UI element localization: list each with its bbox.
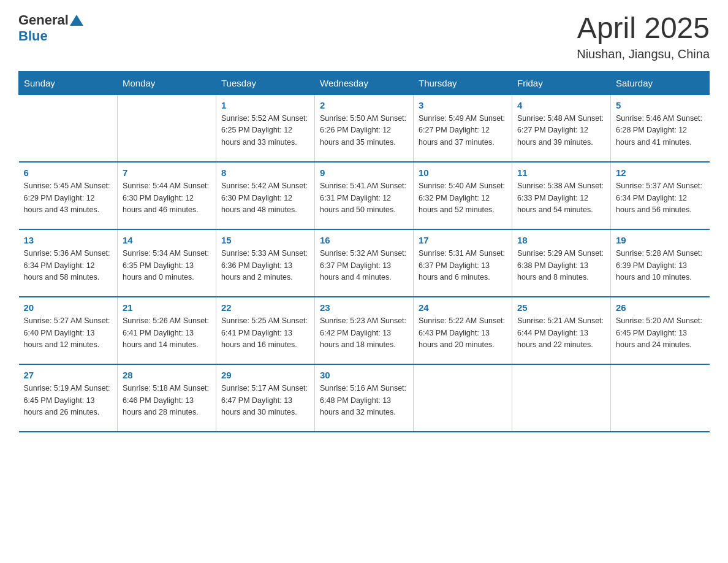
calendar-cell: 7Sunrise: 5:44 AM Sunset: 6:30 PM Daylig… xyxy=(118,162,216,229)
calendar-week-row: 6Sunrise: 5:45 AM Sunset: 6:29 PM Daylig… xyxy=(19,162,710,229)
calendar-cell: 5Sunrise: 5:46 AM Sunset: 6:28 PM Daylig… xyxy=(611,94,710,162)
day-number: 1 xyxy=(221,100,309,110)
calendar-cell: 12Sunrise: 5:37 AM Sunset: 6:34 PM Dayli… xyxy=(611,162,710,229)
day-info: Sunrise: 5:25 AM Sunset: 6:41 PM Dayligh… xyxy=(221,315,309,351)
day-number: 25 xyxy=(517,302,605,313)
calendar-cell: 3Sunrise: 5:49 AM Sunset: 6:27 PM Daylig… xyxy=(414,94,512,162)
day-number: 14 xyxy=(123,235,211,245)
day-info: Sunrise: 5:29 AM Sunset: 6:38 PM Dayligh… xyxy=(517,248,605,283)
calendar-cell: 4Sunrise: 5:48 AM Sunset: 6:27 PM Daylig… xyxy=(512,94,611,162)
day-number: 26 xyxy=(616,302,705,313)
day-info: Sunrise: 5:36 AM Sunset: 6:34 PM Dayligh… xyxy=(24,248,113,283)
calendar-cell: 22Sunrise: 5:25 AM Sunset: 6:41 PM Dayli… xyxy=(216,297,315,364)
logo-blue: Blue xyxy=(18,28,48,44)
column-header-sunday: Sunday xyxy=(19,71,118,94)
calendar-cell: 1Sunrise: 5:52 AM Sunset: 6:25 PM Daylig… xyxy=(216,94,315,162)
column-header-thursday: Thursday xyxy=(414,71,512,94)
day-number: 11 xyxy=(517,167,605,178)
day-info: Sunrise: 5:17 AM Sunset: 6:47 PM Dayligh… xyxy=(221,383,309,418)
day-number: 15 xyxy=(221,235,309,245)
day-number: 22 xyxy=(221,302,309,313)
day-number: 24 xyxy=(419,302,507,313)
calendar-cell xyxy=(118,94,216,162)
day-number: 23 xyxy=(320,302,408,313)
calendar-cell: 8Sunrise: 5:42 AM Sunset: 6:30 PM Daylig… xyxy=(216,162,315,229)
calendar-cell: 14Sunrise: 5:34 AM Sunset: 6:35 PM Dayli… xyxy=(118,229,216,297)
calendar-week-row: 13Sunrise: 5:36 AM Sunset: 6:34 PM Dayli… xyxy=(19,229,710,297)
column-header-wednesday: Wednesday xyxy=(315,71,414,94)
day-number: 4 xyxy=(517,100,605,110)
day-info: Sunrise: 5:41 AM Sunset: 6:31 PM Dayligh… xyxy=(320,180,408,216)
day-info: Sunrise: 5:28 AM Sunset: 6:39 PM Dayligh… xyxy=(616,248,705,283)
day-number: 8 xyxy=(221,167,309,178)
calendar-cell: 20Sunrise: 5:27 AM Sunset: 6:40 PM Dayli… xyxy=(19,297,118,364)
day-info: Sunrise: 5:49 AM Sunset: 6:27 PM Dayligh… xyxy=(419,113,507,148)
calendar-cell: 30Sunrise: 5:16 AM Sunset: 6:48 PM Dayli… xyxy=(315,364,414,432)
day-number: 2 xyxy=(320,100,408,110)
location-title: Niushan, Jiangsu, China xyxy=(577,47,710,61)
calendar-cell: 15Sunrise: 5:33 AM Sunset: 6:36 PM Dayli… xyxy=(216,229,315,297)
calendar-cell: 23Sunrise: 5:23 AM Sunset: 6:42 PM Dayli… xyxy=(315,297,414,364)
calendar-week-row: 20Sunrise: 5:27 AM Sunset: 6:40 PM Dayli… xyxy=(19,297,710,364)
day-info: Sunrise: 5:50 AM Sunset: 6:26 PM Dayligh… xyxy=(320,113,408,148)
day-info: Sunrise: 5:34 AM Sunset: 6:35 PM Dayligh… xyxy=(123,248,211,283)
logo: General Blue xyxy=(18,12,83,44)
day-info: Sunrise: 5:32 AM Sunset: 6:37 PM Dayligh… xyxy=(320,248,408,283)
svg-marker-0 xyxy=(70,15,83,26)
calendar-cell: 25Sunrise: 5:21 AM Sunset: 6:44 PM Dayli… xyxy=(512,297,611,364)
column-header-saturday: Saturday xyxy=(611,71,710,94)
column-header-friday: Friday xyxy=(512,71,611,94)
day-number: 3 xyxy=(419,100,507,110)
calendar-cell: 9Sunrise: 5:41 AM Sunset: 6:31 PM Daylig… xyxy=(315,162,414,229)
day-info: Sunrise: 5:44 AM Sunset: 6:30 PM Dayligh… xyxy=(123,180,211,216)
day-info: Sunrise: 5:20 AM Sunset: 6:45 PM Dayligh… xyxy=(616,315,705,351)
day-number: 9 xyxy=(320,167,408,178)
calendar-cell: 13Sunrise: 5:36 AM Sunset: 6:34 PM Dayli… xyxy=(19,229,118,297)
calendar-header-row: SundayMondayTuesdayWednesdayThursdayFrid… xyxy=(19,71,710,94)
day-info: Sunrise: 5:19 AM Sunset: 6:45 PM Dayligh… xyxy=(24,383,113,418)
calendar-cell: 24Sunrise: 5:22 AM Sunset: 6:43 PM Dayli… xyxy=(414,297,512,364)
calendar-cell: 18Sunrise: 5:29 AM Sunset: 6:38 PM Dayli… xyxy=(512,229,611,297)
day-number: 20 xyxy=(24,302,113,313)
day-info: Sunrise: 5:18 AM Sunset: 6:46 PM Dayligh… xyxy=(123,383,211,418)
day-info: Sunrise: 5:27 AM Sunset: 6:40 PM Dayligh… xyxy=(24,315,113,351)
calendar-cell: 17Sunrise: 5:31 AM Sunset: 6:37 PM Dayli… xyxy=(414,229,512,297)
calendar-table: SundayMondayTuesdayWednesdayThursdayFrid… xyxy=(18,71,710,433)
day-info: Sunrise: 5:38 AM Sunset: 6:33 PM Dayligh… xyxy=(517,180,605,216)
day-number: 19 xyxy=(616,235,705,245)
day-info: Sunrise: 5:45 AM Sunset: 6:29 PM Dayligh… xyxy=(24,180,113,216)
day-info: Sunrise: 5:33 AM Sunset: 6:36 PM Dayligh… xyxy=(221,248,309,283)
day-number: 18 xyxy=(517,235,605,245)
day-number: 17 xyxy=(419,235,507,245)
calendar-cell xyxy=(611,364,710,432)
day-number: 29 xyxy=(221,370,309,380)
day-number: 28 xyxy=(123,370,211,380)
calendar-cell xyxy=(414,364,512,432)
calendar-cell xyxy=(512,364,611,432)
calendar-cell: 21Sunrise: 5:26 AM Sunset: 6:41 PM Dayli… xyxy=(118,297,216,364)
calendar-cell xyxy=(19,94,118,162)
day-number: 5 xyxy=(616,100,705,110)
calendar-cell: 19Sunrise: 5:28 AM Sunset: 6:39 PM Dayli… xyxy=(611,229,710,297)
day-info: Sunrise: 5:46 AM Sunset: 6:28 PM Dayligh… xyxy=(616,113,705,148)
day-info: Sunrise: 5:21 AM Sunset: 6:44 PM Dayligh… xyxy=(517,315,605,351)
day-info: Sunrise: 5:48 AM Sunset: 6:27 PM Dayligh… xyxy=(517,113,605,148)
day-number: 21 xyxy=(123,302,211,313)
day-info: Sunrise: 5:22 AM Sunset: 6:43 PM Dayligh… xyxy=(419,315,507,351)
calendar-week-row: 27Sunrise: 5:19 AM Sunset: 6:45 PM Dayli… xyxy=(19,364,710,432)
day-number: 7 xyxy=(123,167,211,178)
day-info: Sunrise: 5:52 AM Sunset: 6:25 PM Dayligh… xyxy=(221,113,309,148)
calendar-cell: 26Sunrise: 5:20 AM Sunset: 6:45 PM Dayli… xyxy=(611,297,710,364)
calendar-cell: 2Sunrise: 5:50 AM Sunset: 6:26 PM Daylig… xyxy=(315,94,414,162)
day-number: 13 xyxy=(24,235,113,245)
day-info: Sunrise: 5:37 AM Sunset: 6:34 PM Dayligh… xyxy=(616,180,705,216)
calendar-cell: 28Sunrise: 5:18 AM Sunset: 6:46 PM Dayli… xyxy=(118,364,216,432)
calendar-cell: 29Sunrise: 5:17 AM Sunset: 6:47 PM Dayli… xyxy=(216,364,315,432)
day-info: Sunrise: 5:23 AM Sunset: 6:42 PM Dayligh… xyxy=(320,315,408,351)
day-number: 30 xyxy=(320,370,408,380)
month-title: April 2025 xyxy=(577,12,710,45)
logo-general: General xyxy=(18,12,69,28)
day-number: 10 xyxy=(419,167,507,178)
calendar-week-row: 1Sunrise: 5:52 AM Sunset: 6:25 PM Daylig… xyxy=(19,94,710,162)
column-header-monday: Monday xyxy=(118,71,216,94)
